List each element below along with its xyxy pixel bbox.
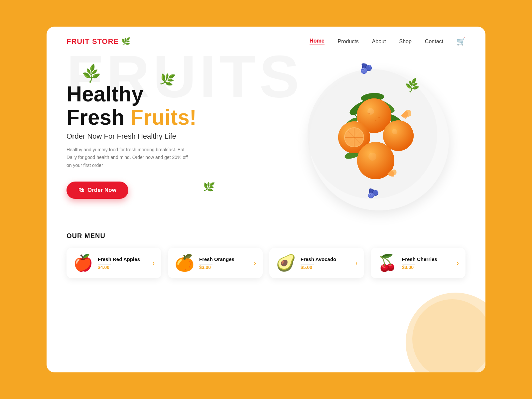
svg-point-26 [368,153,376,161]
menu-grid: 🍎 Fresh Red Apples $4.00 › 🍊 Fresh Orang… [66,248,466,278]
svg-point-24 [367,108,374,115]
nav-item-home[interactable]: Home [310,38,324,45]
menu-icon-apples: 🍎 [73,254,93,272]
menu-card-cherries[interactable]: 🍒 Fresh Cherries $3.00 › [371,248,466,278]
plate-container [303,64,456,217]
floating-raspberry-1: 🫐 [360,63,372,74]
menu-section: OUR MENU 🍎 Fresh Red Apples $4.00 › 🍊 Fr… [47,232,485,292]
hero-section: 🌿 🌿 🌿 🫐 🫐 🌿 Healthy Fresh Fruits! Order … [47,46,485,232]
hero-description: Healthy and yummy food for fresh morning… [66,146,193,170]
menu-price-oranges: $3.00 [199,265,249,270]
svg-point-29 [375,120,376,121]
logo-text: FRUIT STORE [66,37,119,46]
svg-point-28 [368,113,370,114]
hero-title-line1: Healthy [66,82,143,106]
menu-info-cherries: Fresh Cherries $3.00 [402,256,452,270]
menu-card-apples[interactable]: 🍎 Fresh Red Apples $4.00 › [66,248,161,278]
hero-fruit-display [293,64,466,217]
menu-icon-oranges: 🍊 [175,254,195,272]
order-now-button[interactable]: 🛍 Order Now [66,182,128,199]
menu-arrow-avocado[interactable]: › [355,260,357,267]
svg-point-27 [378,117,380,118]
hero-title-fruits: Fruits! [130,105,197,129]
menu-price-apples: $4.00 [98,265,148,270]
oranges-svg [303,64,442,204]
logo-leaf-icon: 🌿 [121,37,130,46]
nav-item-contact[interactable]: Contact [425,39,443,45]
floating-leaf-1: 🌿 [80,63,103,85]
menu-arrow-cherries[interactable]: › [457,260,459,267]
header: FRUIT STORE 🌿 Home Products About Shop C… [47,27,485,46]
menu-info-avocado: Fresh Avocado $5.00 [301,256,351,270]
hero-content: Healthy Fresh Fruits! Order Now For Fres… [66,82,293,199]
menu-arrow-oranges[interactable]: › [254,260,256,267]
order-btn-label: Order Now [87,187,116,194]
hero-subtitle: Order Now For Fresh Healthy Life [66,132,293,141]
menu-name-apples: Fresh Red Apples [98,256,148,262]
nav-item-shop[interactable]: Shop [399,39,411,45]
hero-title: Healthy Fresh Fruits! [66,82,293,129]
nav-item-products[interactable]: Products [338,39,359,45]
nav-item-about[interactable]: About [372,39,386,45]
menu-name-avocado: Fresh Avocado [301,256,351,262]
floating-raspberry-2: 🫐 [367,188,379,199]
hero-title-line2-black: Fresh [66,105,130,129]
menu-card-oranges[interactable]: 🍊 Fresh Oranges $3.00 › [168,248,263,278]
main-container: FRUITS FRUIT STORE 🌿 Home Products About… [47,27,485,372]
svg-point-23 [383,120,414,151]
menu-arrow-apples[interactable]: › [153,260,155,267]
menu-name-oranges: Fresh Oranges [199,256,249,262]
menu-info-apples: Fresh Red Apples $4.00 [98,256,148,270]
menu-card-avocado[interactable]: 🥑 Fresh Avocado $5.00 › [269,248,364,278]
order-bag-icon: 🛍 [78,187,84,194]
logo-store-text: STORE [90,37,119,46]
svg-point-25 [392,129,397,134]
menu-info-oranges: Fresh Oranges $3.00 [199,256,249,270]
menu-name-cherries: Fresh Cherries [402,256,452,262]
logo[interactable]: FRUIT STORE 🌿 [66,37,130,46]
main-nav: Home Products About Shop Contact 🛒 [310,37,466,46]
menu-icon-cherries: 🍒 [377,254,397,272]
menu-price-cherries: $3.00 [402,265,452,270]
menu-icon-avocado: 🥑 [276,254,296,272]
menu-price-avocado: $5.00 [301,265,351,270]
cart-icon[interactable]: 🛒 [457,37,466,46]
menu-section-title: OUR MENU [66,232,466,240]
logo-fruit-text: FRUIT [66,37,90,46]
